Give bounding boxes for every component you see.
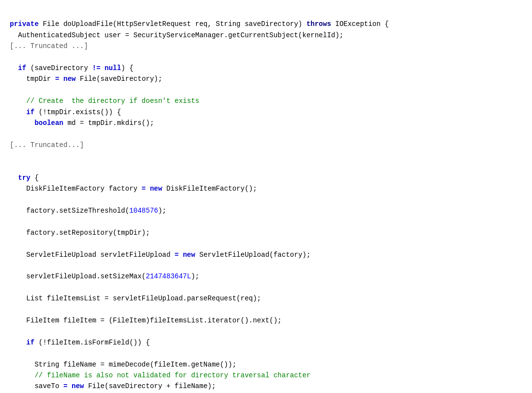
code-line-line27 [10, 304, 522, 315]
code-token: DiskFileItemFactory factory [10, 185, 142, 193]
code-token: private [10, 20, 39, 28]
code-line-line13 [10, 150, 522, 161]
code-token: new [72, 382, 84, 390]
code-line-line20: factory.setRepository(tmpDir); [10, 227, 522, 238]
code-token: != [92, 64, 101, 72]
code-line-line9: if (!tmpDir.exists()) { [10, 107, 522, 118]
code-token: File(saveDirectory + fileName); [84, 382, 216, 390]
code-token: [... Truncated ...] [10, 42, 88, 50]
code-token: // Create the directory if doesn't exist… [26, 97, 200, 105]
code-token: if [18, 64, 26, 72]
code-token: = [142, 185, 146, 193]
code-line-line19 [10, 216, 522, 227]
code-line-line30: if (!fileItem.isFormField()) { [10, 337, 522, 348]
code-token: new [150, 185, 162, 193]
code-line-line21 [10, 238, 522, 249]
code-line-line15: try { [10, 172, 522, 183]
code-token [10, 371, 34, 379]
code-token: new [63, 75, 76, 83]
code-line-line26: List fileItemsList = servletFileUpload.p… [10, 293, 522, 304]
code-token [10, 108, 26, 116]
code-token: md = tmpDir.mkdirs(); [63, 119, 154, 127]
code-line-line31 [10, 348, 522, 359]
code-line-line33: // fileName is also not validated for di… [10, 370, 522, 381]
code-token: [... Truncated...] [10, 141, 84, 149]
code-token: File doUploadFile(HttpServletRequest req… [39, 20, 306, 28]
code-token: ) { [121, 64, 133, 72]
code-token: { [30, 174, 39, 182]
code-line-line23 [10, 260, 522, 271]
code-token [10, 339, 26, 346]
code-token: ServletFileUpload(factory); [195, 251, 310, 259]
code-line-line7 [10, 85, 522, 96]
code-token: throws [306, 20, 331, 28]
code-line-line3: [... Truncated ...] [10, 41, 522, 51]
code-token [10, 174, 18, 182]
code-token: List fileItemsList = servletFileUpload.p… [10, 295, 261, 302]
code-line-line8: // Create the directory if doesn't exist… [10, 96, 522, 106]
code-block: private File doUploadFile(HttpServletReq… [10, 8, 522, 393]
code-token: (saveDirectory [26, 64, 92, 72]
code-line-line29 [10, 326, 522, 337]
code-token: servletFileUpload.setSizeMax( [10, 272, 146, 280]
code-line-line17 [10, 195, 522, 205]
code-token: factory.setSizeThreshold( [10, 207, 129, 215]
code-token [10, 64, 18, 72]
code-token [10, 119, 34, 127]
code-line-line16: DiskFileItemFactory factory = new DiskFi… [10, 183, 522, 194]
code-token: saveTo [10, 382, 63, 390]
code-token: = [55, 75, 59, 83]
code-token: // fileName is also not validated for di… [34, 371, 310, 379]
code-token: 2147483647L [146, 272, 191, 280]
code-token: factory.setRepository(tmpDir); [10, 229, 150, 237]
code-token [146, 185, 150, 193]
code-token: File(saveDirectory); [76, 75, 162, 83]
code-token [101, 64, 104, 72]
code-token: if [26, 108, 35, 116]
code-line-line22: ServletFileUpload servletFileUpload = ne… [10, 249, 522, 260]
code-token [68, 382, 72, 390]
code-token: FileItem fileItem = (FileItem)fileItemsL… [10, 317, 282, 324]
code-token: ); [158, 207, 166, 215]
code-token: String fileName = mimeDecode(fileItem.ge… [10, 361, 236, 368]
code-line-line25 [10, 282, 522, 293]
code-token: try [18, 174, 30, 182]
code-line-line2: AuthenticatedSubject user = SecurityServ… [10, 30, 522, 41]
code-token: null [104, 64, 121, 72]
code-token [178, 251, 182, 259]
code-line-line14 [10, 161, 522, 172]
code-line-line34: saveTo = new File(saveDirectory + fileNa… [10, 381, 522, 392]
code-line-line10: boolean md = tmpDir.mkdirs(); [10, 118, 522, 128]
code-token: IOException { [331, 20, 389, 28]
code-token: 1048576 [129, 207, 158, 215]
code-token: if [26, 339, 35, 346]
code-line-line24: servletFileUpload.setSizeMax(2147483647L… [10, 271, 522, 282]
code-token: new [183, 251, 195, 259]
code-token [59, 75, 63, 83]
code-token: ); [191, 272, 200, 280]
code-token: boolean [34, 119, 63, 127]
code-token: AuthenticatedSubject user = SecurityServ… [10, 31, 344, 39]
code-line-line28: FileItem fileItem = (FileItem)fileItemsL… [10, 315, 522, 326]
code-line-line11 [10, 128, 522, 139]
code-line-line1: private File doUploadFile(HttpServletReq… [10, 19, 522, 29]
code-token: (!fileItem.isFormField()) { [34, 339, 150, 346]
code-line-line12: [... Truncated...] [10, 140, 522, 150]
code-token: tmpDir [10, 75, 55, 83]
code-line-line18: factory.setSizeThreshold(1048576); [10, 205, 522, 216]
code-line-line4 [10, 52, 522, 63]
code-token: (!tmpDir.exists()) { [34, 108, 121, 116]
code-line-line5: if (saveDirectory != null) { [10, 63, 522, 74]
code-line-line32: String fileName = mimeDecode(fileItem.ge… [10, 359, 522, 370]
code-token: ServletFileUpload servletFileUpload [10, 251, 175, 259]
code-token [10, 97, 26, 105]
code-token: DiskFileItemFactory(); [162, 185, 257, 193]
code-line-line6: tmpDir = new File(saveDirectory); [10, 74, 522, 84]
code-token: = [63, 382, 67, 390]
